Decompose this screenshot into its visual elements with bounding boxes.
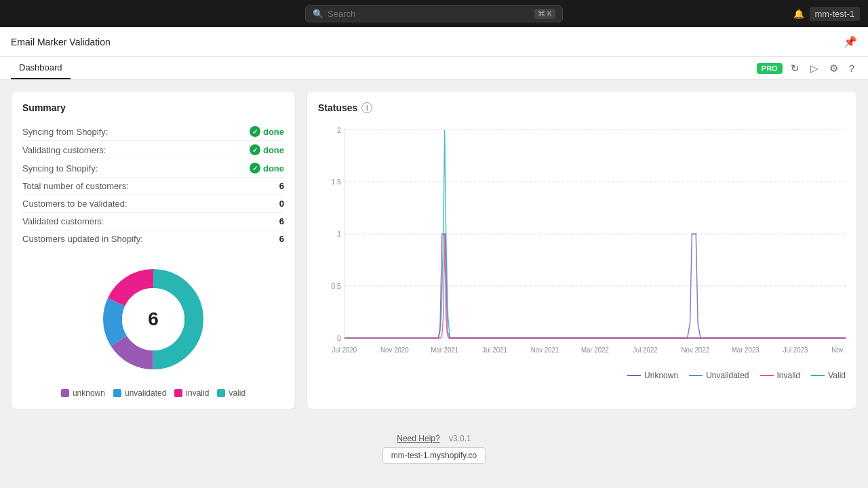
summary-row: Total number of customers:6 [22,178,284,195]
summary-row-label: Syncing from Shopify: [22,127,108,137]
footer: Need Help? v3.0.1 mm-test-1.myshopify.co [0,420,868,477]
chart-legend-item: Valid [811,371,846,380]
search-bar[interactable]: 🔍 ⌘ K [305,5,563,22]
donut-container: 6 unknownunvalidatedinvalidvalid [22,258,284,398]
summary-row-value: 6 [279,216,284,226]
summary-row: Validated customers:6 [22,213,284,230]
summary-row-label: Validated customers: [22,216,104,226]
donut-legend: unknownunvalidatedinvalidvalid [61,388,245,398]
page-title: Email Marker Validation [11,37,111,47]
donut-center-value: 6 [148,308,159,330]
store-url: mm-test-1.myshopify.co [382,447,486,464]
tab-actions: PRO ↻ ▷ ⚙ ? [757,60,857,77]
done-badge: ✓ done [250,163,284,174]
statuses-title: Statuses i [318,102,846,113]
summary-row: Syncing to Shopify:✓ done [22,159,284,178]
summary-row-label: Syncing to Shopify: [22,163,98,174]
summary-rows: Syncing from Shopify:✓ doneValidating cu… [22,123,284,247]
version-text: v3.0.1 [449,434,471,443]
summary-row-value: 6 [279,181,284,191]
svg-text:Mar 2023: Mar 2023 [732,346,760,353]
statuses-chart: 0 0.5 1 1.5 2 Jul 2020 Nov 2020 Mar 2021… [318,123,846,367]
topbar: 🔍 ⌘ K 🔔 mm-test-1 [0,0,868,27]
svg-text:Jul 2022: Jul 2022 [633,346,658,353]
pin-icon[interactable]: 📌 [844,35,857,48]
done-badge: ✓ done [250,126,284,137]
settings-icon[interactable]: ⚙ [827,60,841,77]
pro-badge: PRO [757,63,783,74]
summary-row: Syncing from Shopify:✓ done [22,123,284,141]
chart-legend: UnknownUnvalidatedInvalidValid [318,371,846,380]
legend-item: unknown [61,388,105,398]
summary-row: Validating customers:✓ done [22,141,284,159]
svg-text:0.5: 0.5 [331,281,341,289]
refresh-icon[interactable]: ↻ [788,60,802,77]
svg-text:Nov 2023: Nov 2023 [831,346,846,353]
svg-text:Nov 2021: Nov 2021 [531,346,559,353]
header-bar: Email Marker Validation 📌 [0,27,868,57]
search-shortcut: ⌘ K [534,9,555,19]
summary-row-label: Total number of customers: [22,181,129,191]
svg-text:2: 2 [337,125,341,134]
tab-bar: Dashboard PRO ↻ ▷ ⚙ ? [0,57,868,80]
svg-text:Jul 2020: Jul 2020 [332,346,357,353]
legend-item: invalid [174,388,209,398]
search-icon: 🔍 [313,9,323,19]
done-badge: ✓ done [250,144,284,155]
summary-row: Customers updated in Shopify:6 [22,230,284,247]
svg-text:Jul 2023: Jul 2023 [783,346,808,353]
chart-legend-item: Invalid [760,371,801,380]
play-icon[interactable]: ▷ [808,60,821,77]
legend-item: valid [217,388,245,398]
summary-row-value: 0 [279,199,284,209]
svg-text:Mar 2022: Mar 2022 [581,346,609,353]
help-link[interactable]: Need Help? [397,434,439,443]
main-content: Summary Syncing from Shopify:✓ doneValid… [0,80,868,420]
help-icon[interactable]: ? [846,60,857,77]
summary-row-label: Customers updated in Shopify: [22,234,143,244]
donut-chart: 6 [92,258,214,380]
summary-title: Summary [22,102,284,113]
notification-bell-icon[interactable]: 🔔 [793,9,804,19]
svg-text:0: 0 [337,333,341,342]
chart-legend-item: Unvalidated [689,371,749,380]
svg-text:Nov 2022: Nov 2022 [681,346,709,353]
summary-row: Customers to be validated:0 [22,195,284,213]
svg-text:Nov 2020: Nov 2020 [380,346,409,353]
legend-item: unvalidated [113,388,166,398]
search-input[interactable] [328,9,530,19]
summary-row-value: 6 [279,234,284,244]
svg-text:1: 1 [337,230,341,238]
summary-row-label: Validating customers: [22,145,106,155]
chart-legend-item: Unknown [627,371,678,380]
summary-row-label: Customers to be validated: [22,199,127,209]
statuses-info-icon[interactable]: i [361,102,372,113]
svg-text:1.5: 1.5 [331,178,341,186]
tab-dashboard[interactable]: Dashboard [11,57,71,79]
svg-text:Jul 2021: Jul 2021 [482,346,507,353]
svg-text:Mar 2021: Mar 2021 [431,346,458,353]
topbar-user: mm-test-1 [810,7,861,21]
statuses-card: Statuses i 0 0.5 1 1.5 2 [307,91,857,409]
summary-card: Summary Syncing from Shopify:✓ doneValid… [11,91,296,409]
